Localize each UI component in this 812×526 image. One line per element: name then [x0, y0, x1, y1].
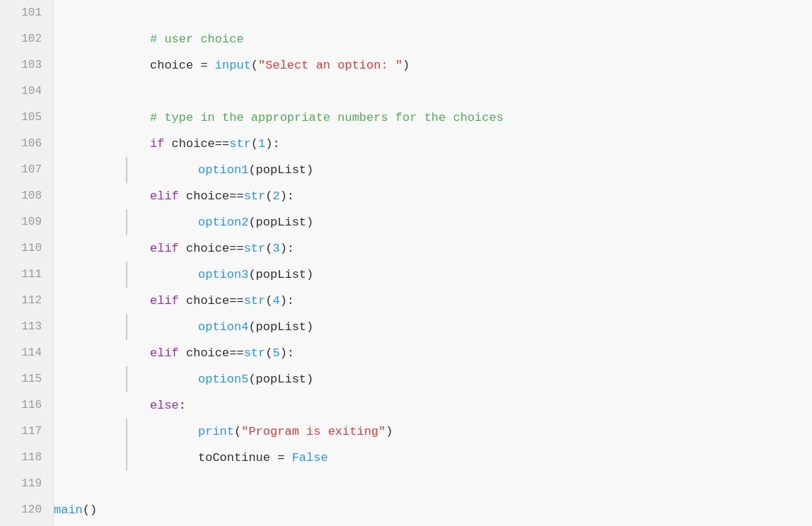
code-line: elif choice==str(3): — [54, 235, 812, 262]
line-number: 107 — [7, 157, 43, 183]
code-line: option4(popList) — [54, 314, 812, 340]
line-number: 113 — [7, 314, 43, 340]
token-keyword: elif — [150, 235, 186, 262]
token-func: main — [54, 497, 83, 523]
code-line: toContinue = False — [54, 445, 812, 471]
code-line: choice = input("Select an option: ") — [54, 52, 812, 78]
code-line: option5(popList) — [54, 366, 812, 392]
line-number: 109 — [7, 209, 43, 235]
line-number: 118 — [7, 445, 43, 471]
token-number: 5 — [272, 340, 279, 366]
token-default: choice== — [172, 131, 230, 157]
token-keyword: else — [150, 392, 179, 419]
token-default: choice== — [186, 235, 244, 262]
code-line: # user choice — [54, 26, 812, 52]
token-default: ): — [280, 288, 294, 314]
line-number: 110 — [7, 235, 43, 262]
line-number: 104 — [7, 78, 43, 105]
line-number: 119 — [7, 471, 43, 497]
code-line: elif choice==str(5): — [54, 340, 812, 366]
token-number: 2 — [272, 183, 279, 209]
token-default: choice== — [186, 340, 244, 366]
code-line: if choice==str(1): — [54, 131, 812, 157]
token-keyword: elif — [150, 288, 186, 314]
token-number: 4 — [272, 288, 279, 314]
code-line: option1(popList) — [54, 157, 812, 183]
token-default: toContinue = — [198, 445, 292, 471]
code-line: # type in the appropriate numbers for th… — [54, 105, 812, 131]
code-editor: 1011021031041051061071081091101111121131… — [0, 0, 812, 526]
token-comment: # user choice — [150, 26, 244, 52]
token-default: ( — [251, 52, 258, 78]
indent-guide — [126, 445, 127, 471]
token-func: option5 — [198, 366, 248, 392]
line-number-gutter: 1011021031041051061071081091101111121131… — [0, 0, 54, 526]
token-default: ): — [280, 183, 294, 209]
indent-guide — [126, 157, 127, 183]
token-builtin: str — [229, 131, 251, 157]
token-string: "Select an option: " — [258, 52, 402, 78]
token-default: : — [179, 392, 186, 419]
token-default: (popList) — [248, 209, 313, 235]
indent-spacer — [54, 419, 150, 445]
indent-spacer — [54, 157, 150, 183]
token-comment: # type in the appropriate numbers for th… — [150, 105, 504, 131]
token-func: option2 — [198, 209, 248, 235]
indent-guide — [126, 419, 127, 445]
line-number: 114 — [7, 340, 43, 366]
indent-guide — [126, 262, 127, 288]
indent-guide — [126, 366, 127, 392]
line-number: 106 — [7, 131, 43, 157]
token-func: option1 — [198, 157, 248, 183]
token-default: ( — [251, 131, 258, 157]
token-default: ): — [280, 340, 294, 366]
code-line — [54, 471, 812, 497]
line-number: 101 — [7, 0, 43, 26]
line-number: 105 — [7, 105, 43, 131]
line-number: 117 — [7, 419, 43, 445]
token-builtin: str — [244, 183, 266, 209]
token-default: ( — [265, 340, 272, 366]
code-line: elif choice==str(4): — [54, 288, 812, 314]
token-default: (popList) — [248, 366, 313, 392]
indent-spacer — [54, 262, 150, 288]
token-default: ) — [385, 419, 393, 445]
indent-spacer — [54, 209, 150, 235]
code-line — [54, 78, 812, 105]
line-number: 120 — [7, 497, 43, 523]
code-area: # user choicechoice = input("Select an o… — [54, 0, 812, 526]
token-builtin: str — [244, 235, 266, 262]
code-line: print("Program is exiting") — [54, 419, 812, 445]
indent-guide — [126, 314, 127, 340]
code-line: option2(popList) — [54, 209, 812, 235]
token-string: "Program is exiting" — [241, 419, 385, 445]
token-builtin: str — [244, 288, 266, 314]
token-default: ( — [234, 419, 241, 445]
token-default: ) — [402, 52, 410, 78]
indent-spacer — [54, 445, 150, 471]
line-number: 103 — [7, 52, 43, 78]
token-keyword: elif — [150, 340, 186, 366]
token-builtin: print — [198, 419, 234, 445]
token-default: ): — [265, 131, 279, 157]
token-default: choice== — [186, 288, 244, 314]
line-number: 102 — [7, 26, 43, 52]
token-keyword: elif — [150, 183, 186, 209]
token-default: ): — [280, 235, 294, 262]
token-default: ( — [265, 235, 272, 262]
token-builtin: str — [244, 340, 266, 366]
token-default: (popList) — [248, 157, 313, 183]
line-number: 112 — [7, 288, 43, 314]
token-default: (popList) — [248, 262, 313, 288]
code-line: option3(popList) — [54, 262, 812, 288]
token-false: False — [292, 445, 328, 471]
indent-spacer — [54, 314, 150, 340]
token-default: () — [83, 497, 97, 523]
code-line: else: — [54, 392, 812, 419]
line-number: 108 — [7, 183, 43, 209]
token-number: 3 — [272, 235, 279, 262]
token-keyword: if — [150, 131, 172, 157]
indent-guide — [126, 209, 127, 235]
token-default: choice== — [186, 183, 244, 209]
token-func: option4 — [198, 314, 248, 340]
